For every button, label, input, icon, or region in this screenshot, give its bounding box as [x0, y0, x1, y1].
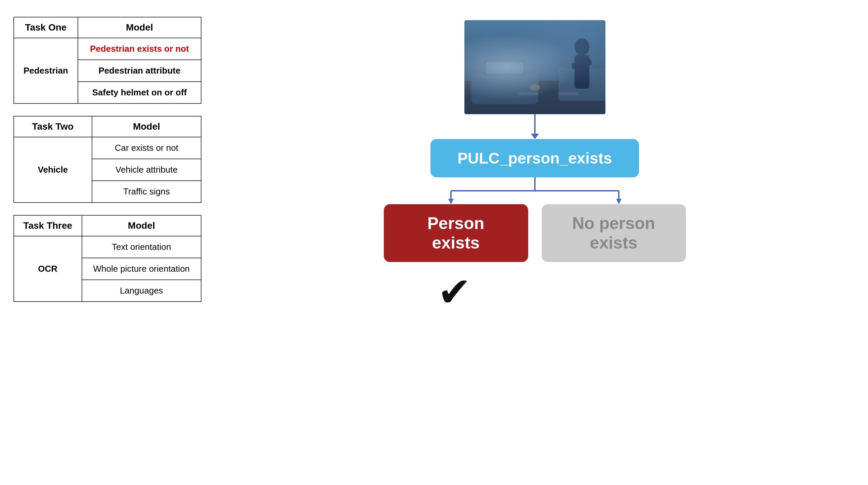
result-row: Person exists No person exists [384, 204, 686, 262]
task-one-model-header: Model [78, 17, 201, 38]
svg-rect-12 [558, 92, 579, 95]
table-row: OCR Text orientation [14, 236, 201, 258]
left-panel: Task One Model Pedestrian Pedestrian exi… [13, 13, 215, 302]
ocr-label: OCR [14, 236, 82, 302]
svg-point-5 [530, 84, 540, 91]
pedestrian-attribute-cell: Pedestrian attribute [78, 60, 201, 82]
table-row: Pedestrian Pedestrian exists or not [14, 38, 201, 60]
pedestrian-label: Pedestrian [14, 38, 78, 103]
task-two-model-header: Model [92, 116, 201, 137]
languages-cell: Languages [82, 280, 201, 302]
task-one-table: Task One Model Pedestrian Pedestrian exi… [13, 17, 202, 104]
vehicle-label: Vehicle [14, 137, 92, 203]
task-three-model-header: Model [82, 215, 201, 236]
vehicle-attribute-cell: Vehicle attribute [92, 159, 201, 181]
svg-rect-0 [464, 20, 606, 114]
svg-rect-3 [483, 60, 527, 75]
person-exists-box: Person exists [384, 204, 528, 262]
pedestrian-exists-cell: Pedestrian exists or not [78, 38, 201, 60]
svg-rect-7 [565, 55, 606, 69]
svg-marker-16 [448, 199, 454, 204]
task-one-header: Task One [14, 17, 78, 38]
task-two-table: Task Two Model Vehicle Car exists or not… [13, 116, 202, 203]
pulc-box: PULC_person_exists [431, 139, 639, 177]
branch-container: Person exists No person exists [384, 177, 686, 262]
whole-picture-cell: Whole picture orientation [82, 258, 201, 280]
svg-rect-1 [464, 81, 606, 114]
checkmark-icon: ✔ [437, 269, 471, 315]
svg-rect-6 [558, 67, 606, 101]
svg-rect-2 [471, 74, 538, 104]
branch-svg [384, 177, 686, 204]
svg-rect-4 [486, 62, 523, 74]
task-three-table: Task Three Model OCR Text orientation Wh… [13, 215, 202, 302]
traffic-scene-image [464, 20, 606, 114]
svg-point-8 [575, 38, 589, 56]
svg-marker-18 [616, 199, 622, 204]
right-panel: PULC_person_exists Person exists No [215, 13, 855, 315]
checkmark-container: ✔ [384, 262, 686, 315]
svg-rect-11 [518, 92, 538, 95]
car-exists-cell: Car exists or not [92, 137, 201, 159]
safety-helmet-cell: Safety helmet on or off [78, 82, 201, 103]
task-three-header: Task Three [14, 215, 82, 236]
table-row: Vehicle Car exists or not [14, 137, 201, 159]
traffic-svg [464, 20, 606, 114]
traffic-signs-cell: Traffic signs [92, 181, 201, 203]
task-two-header: Task Two [14, 116, 92, 137]
diagram-container: PULC_person_exists Person exists No [215, 20, 855, 315]
arrow-image-to-pulc [534, 114, 535, 134]
no-person-exists-box: No person exists [541, 204, 686, 262]
svg-rect-9 [575, 55, 589, 89]
svg-rect-10 [571, 58, 592, 69]
text-orientation-cell: Text orientation [82, 236, 201, 258]
